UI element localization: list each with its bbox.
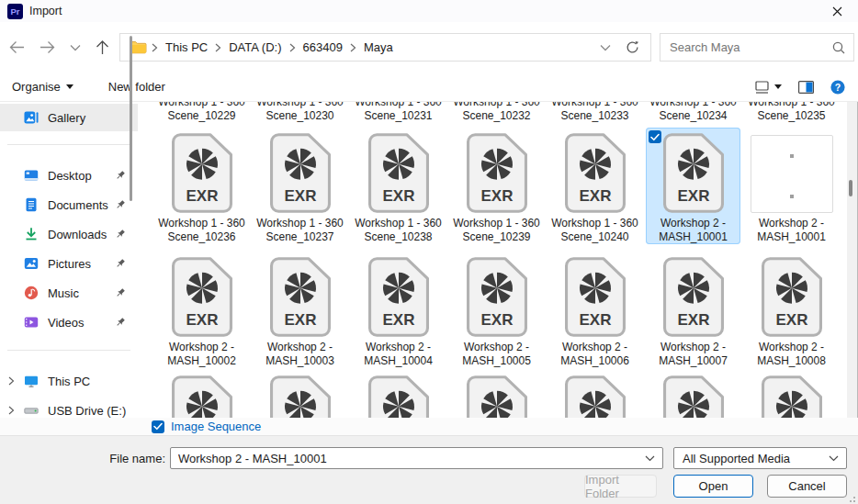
- sidebar-scrollbar[interactable]: [130, 36, 132, 201]
- search-input[interactable]: [660, 34, 853, 61]
- refresh-icon[interactable]: [626, 40, 639, 54]
- file-tile[interactable]: EXRWorkshop 2 -MASH_10002: [154, 252, 249, 368]
- file-tile[interactable]: EXRWorkshop 2 -MASH_10004: [351, 252, 446, 368]
- sidebar-item-documents[interactable]: Documents: [0, 190, 138, 219]
- file-item-label[interactable]: Workshop 1 - 360Scene_10238: [355, 217, 442, 244]
- file-item-label[interactable]: Workshop 2 -MASH_10006: [560, 341, 629, 368]
- file-item[interactable]: Workshop 1 - 360Scene_10231: [349, 102, 447, 123]
- forward-icon[interactable]: [40, 40, 55, 54]
- breadcrumb-item[interactable]: DATA (D:): [229, 40, 281, 54]
- file-item-label[interactable]: Workshop 1 - 360Scene_10231: [355, 102, 442, 123]
- file-tile[interactable]: EXR: [548, 370, 642, 418]
- resize-grip[interactable]: [846, 493, 855, 502]
- file-tile[interactable]: EXRWorkshop 2 -MASH_10007: [646, 252, 740, 368]
- file-item[interactable]: EXR: [152, 370, 251, 418]
- chevron-down-icon[interactable]: [638, 455, 662, 462]
- import-folder-button[interactable]: Import Folder: [584, 475, 657, 498]
- sidebar-item-desktop[interactable]: Desktop: [0, 161, 138, 190]
- file-item[interactable]: EXR: [742, 370, 841, 418]
- file-tile[interactable]: EXR: [744, 370, 839, 418]
- image-sequence-label[interactable]: Image Sequence: [171, 420, 261, 433]
- file-item[interactable]: EXRWorkshop 2 -MASH_10003: [251, 252, 349, 368]
- address-bar[interactable]: This PCDATA (D:)663409Maya: [119, 33, 651, 62]
- help-icon[interactable]: ?: [830, 80, 845, 95]
- file-item-label[interactable]: Workshop 1 - 360Scene_10237: [256, 217, 344, 244]
- file-tile[interactable]: EXRWorkshop 1 - 360Scene_10237: [253, 128, 347, 244]
- file-item-label[interactable]: Workshop 1 - 360Scene_10235: [748, 102, 835, 123]
- file-item-label[interactable]: Workshop 1 - 360Scene_10234: [649, 102, 737, 123]
- file-item-label[interactable]: Workshop 1 - 360Scene_10239: [453, 217, 540, 244]
- sidebar-item-videos[interactable]: Videos: [0, 308, 138, 337]
- file-item[interactable]: EXRWorkshop 2 -MASH_10004: [349, 252, 447, 368]
- file-item[interactable]: EXRWorkshop 2 -MASH_10008: [742, 252, 841, 368]
- sidebar-item-gallery[interactable]: Gallery: [0, 104, 138, 131]
- breadcrumb-item[interactable]: 663409: [303, 40, 343, 54]
- file-item[interactable]: EXRWorkshop 2 -MASH_10001: [644, 128, 742, 244]
- file-item[interactable]: Workshop 2 -MASH_10001: [742, 128, 841, 244]
- chevron-right-icon[interactable]: [7, 406, 16, 415]
- sidebar-item-music[interactable]: Music: [0, 278, 138, 308]
- file-item[interactable]: EXRWorkshop 2 -MASH_10005: [447, 252, 546, 368]
- file-tile[interactable]: EXRWorkshop 2 -MASH_10008: [744, 252, 839, 368]
- file-item-label[interactable]: Workshop 1 - 360Scene_10233: [551, 102, 638, 123]
- file-item-label[interactable]: Workshop 2 -MASH_10007: [659, 341, 728, 368]
- file-item[interactable]: Workshop 1 - 360Scene_10234: [644, 102, 742, 123]
- file-item[interactable]: Workshop 1 - 360Scene_10235: [742, 102, 841, 123]
- back-icon[interactable]: [9, 40, 25, 54]
- file-item-label[interactable]: Workshop 1 - 360Scene_10236: [158, 217, 245, 244]
- new-folder-button[interactable]: New folder: [101, 76, 173, 97]
- view-options-button[interactable]: [755, 81, 782, 94]
- file-tile[interactable]: EXR: [449, 370, 544, 418]
- file-item-label[interactable]: Workshop 2 -MASH_10002: [167, 341, 236, 368]
- file-tile[interactable]: EXRWorkshop 1 - 360Scene_10239: [449, 128, 544, 244]
- file-item-label[interactable]: Workshop 2 -MASH_10004: [364, 341, 433, 368]
- file-item-label[interactable]: Workshop 2 -MASH_10001: [757, 217, 826, 244]
- file-item[interactable]: EXRWorkshop 1 - 360Scene_10236: [152, 128, 251, 244]
- file-item-label[interactable]: Workshop 1 - 360Scene_10229: [158, 102, 245, 123]
- preview-pane-icon[interactable]: [798, 81, 814, 94]
- media-type-select[interactable]: All Supported Media: [673, 447, 847, 469]
- file-item[interactable]: EXRWorkshop 1 - 360Scene_10239: [447, 128, 546, 244]
- file-item[interactable]: Workshop 1 - 360Scene_10230: [251, 102, 349, 123]
- file-item[interactable]: EXRWorkshop 1 - 360Scene_10238: [349, 128, 447, 244]
- file-tile[interactable]: EXR: [154, 370, 249, 418]
- scrollbar-thumb[interactable]: [849, 180, 852, 196]
- file-item[interactable]: EXR: [251, 370, 349, 418]
- file-tile[interactable]: EXRWorkshop 2 -MASH_10006: [548, 252, 642, 368]
- close-button[interactable]: [817, 0, 858, 22]
- file-tile[interactable]: Workshop 2 -MASH_10001: [744, 128, 839, 244]
- breadcrumb-item[interactable]: This PC: [165, 40, 208, 54]
- sidebar-item-usb-drive-e[interactable]: USB Drive (E:): [0, 396, 138, 418]
- file-item[interactable]: EXRWorkshop 2 -MASH_10007: [644, 252, 742, 368]
- sidebar-item-this-pc[interactable]: This PC: [0, 366, 138, 396]
- sidebar-item-downloads[interactable]: Downloads: [0, 219, 138, 249]
- file-item-label[interactable]: Workshop 2 -MASH_10008: [757, 341, 826, 368]
- file-item[interactable]: EXR: [349, 370, 447, 418]
- file-item-label[interactable]: Workshop 1 - 360Scene_10232: [453, 102, 540, 123]
- file-tile[interactable]: EXRWorkshop 2 -MASH_10001: [646, 128, 740, 244]
- file-tile[interactable]: EXRWorkshop 1 - 360Scene_10240: [548, 128, 642, 244]
- image-sequence-checkbox[interactable]: [152, 420, 164, 433]
- file-item[interactable]: Workshop 1 - 360Scene_10229: [152, 102, 251, 123]
- file-tile[interactable]: EXR: [351, 370, 446, 418]
- file-item[interactable]: EXRWorkshop 1 - 360Scene_10240: [546, 128, 644, 244]
- file-item-label[interactable]: Workshop 2 -MASH_10005: [462, 341, 531, 368]
- breadcrumb-item[interactable]: Maya: [364, 40, 393, 54]
- file-tile[interactable]: EXRWorkshop 2 -MASH_10003: [253, 252, 347, 368]
- file-tile[interactable]: EXR: [646, 370, 740, 418]
- file-item[interactable]: Workshop 1 - 360Scene_10232: [447, 102, 546, 123]
- open-button[interactable]: Open: [673, 475, 753, 498]
- file-tile[interactable]: EXRWorkshop 1 - 360Scene_10236: [154, 128, 249, 244]
- vertical-scrollbar[interactable]: [847, 102, 857, 418]
- file-item[interactable]: EXRWorkshop 2 -MASH_10006: [546, 252, 644, 368]
- file-item[interactable]: EXR: [644, 370, 742, 418]
- file-item-label[interactable]: Workshop 1 - 360Scene_10240: [551, 217, 638, 244]
- file-tile[interactable]: EXR: [253, 370, 347, 418]
- file-item-label[interactable]: Workshop 1 - 360Scene_10230: [256, 102, 344, 123]
- item-checkbox[interactable]: [649, 130, 661, 143]
- file-name-input[interactable]: [171, 452, 638, 465]
- recent-locations-icon[interactable]: [70, 44, 81, 51]
- organise-button[interactable]: Organise: [5, 76, 81, 97]
- file-item-label[interactable]: Workshop 2 -MASH_10003: [265, 341, 334, 368]
- chevron-right-icon[interactable]: [7, 376, 16, 386]
